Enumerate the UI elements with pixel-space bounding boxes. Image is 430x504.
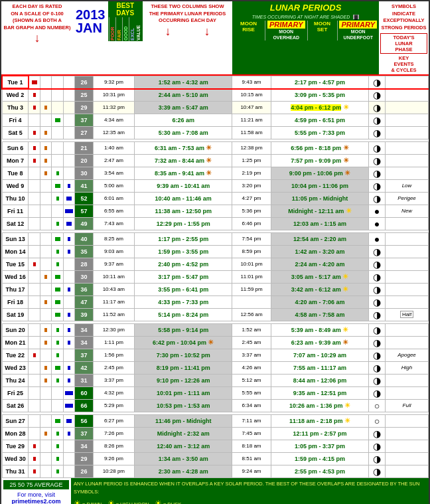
key-events-cell: [386, 101, 429, 114]
poor-bar-cell: [29, 154, 40, 167]
primary1-cell: 2:40 pm - 4:52 pm: [135, 258, 232, 270]
primary2-cell: 7:07 am - 10:29 am: [271, 349, 368, 361]
fair-bar-cell: [40, 245, 51, 258]
day-cell: Sun 27: [2, 414, 29, 427]
key-events-cell: [386, 295, 429, 308]
primary1-cell: 11:38 am - 12:50 pm: [135, 205, 232, 217]
phase-cell: ●: [369, 232, 386, 245]
primary1-header: PRIMARY MOON OVERHEAD: [265, 21, 308, 41]
best-days-col-headers: POOR FAIR GOOD EXCL VALUE: [108, 17, 143, 41]
primary1-cell: 3:55 pm - 6:41 pm: [135, 283, 232, 295]
phase-cell: ◑: [369, 101, 386, 114]
primary2-cell: 2:55 pm - 4:53 pm: [271, 465, 368, 477]
excl-bar-cell: [63, 217, 74, 230]
moon-set-cell: 6:34 am: [232, 399, 271, 412]
day-cell: Mon 7: [2, 154, 29, 167]
key-events-cell: [386, 336, 429, 349]
day-name: Fri: [7, 208, 15, 214]
fair-bar-cell: [40, 258, 51, 270]
value-cell: 47: [75, 295, 93, 308]
day-name: Sat: [7, 402, 16, 409]
day-num: 18: [17, 299, 23, 305]
day-cell: Tue 29: [2, 440, 29, 452]
excl-bar-cell: [63, 399, 74, 412]
good-bar-cell: [52, 465, 63, 477]
day-num: 26: [17, 402, 24, 409]
excl-bar-cell: [63, 126, 74, 139]
moon-set-cell: 3:20 pm: [232, 179, 271, 192]
primary2-cell: 8:44 am - 12:06 pm: [271, 374, 368, 386]
key-events-cell: [386, 232, 429, 245]
moon-set-cell: 1:52 am: [232, 323, 271, 336]
primary2-cell: 11:18 am - 2:18 pm ☀: [271, 414, 368, 427]
lunar-subtitle: TIMES OCCURRING AT NIGHT ARE SHADED: [252, 15, 350, 19]
site-url[interactable]: primetimes2.com: [3, 498, 69, 505]
table-row: Mon 7202:47 am7:32 am - 8:44 am ☀1:25 pm…: [2, 154, 429, 167]
primary1-cell: 4:33 pm - 7:33 pm: [135, 295, 232, 308]
poor-bar-cell: [29, 217, 40, 230]
day-cell: Thu 3: [2, 101, 29, 114]
moon-rise-cell: 11:17 am: [93, 295, 134, 308]
best-days-block: BEST DAYS POOR FAIR GOOD EXCL VALUE: [108, 1, 143, 41]
day-num: 30: [19, 456, 26, 462]
key-events-cell: [386, 323, 429, 336]
center-annotation: THESE TWO COLUMNS SHOWTHE PRIMARY LUNAR …: [143, 1, 232, 75]
day-cell: Tue 1: [2, 76, 29, 88]
good-bar-cell: [52, 101, 63, 114]
good-bar-cell: [52, 386, 63, 399]
moon-set-cell: 3:37 am: [232, 349, 271, 361]
day-name: Mon: [7, 157, 19, 164]
poor-bar-cell: [29, 336, 40, 349]
primary1-cell: 2:44 am - 5:10 am: [135, 88, 232, 101]
value-cell: 40: [75, 232, 93, 245]
footer-left: 25 50 75 AVERAGE For more, visit primeti…: [1, 478, 71, 505]
excl-bar-cell: [63, 361, 74, 374]
poor-bar-cell: [29, 258, 40, 270]
moon-set-cell: 11:59 pm: [232, 283, 271, 295]
calendar-container: EACH DAY IS RATEDON A SCALE OF 0-100(SHO…: [0, 0, 430, 504]
moon-rise-cell: 12:35 am: [93, 126, 134, 139]
main-data-table: Tue 1269:32 pm1:52 am - 4:32 am9:43 am2:…: [1, 75, 429, 478]
day-name: Fri: [9, 117, 17, 124]
poor-bar-cell: [29, 141, 40, 154]
down-arrow-left: ↓: [3, 31, 72, 45]
key-events-cell: Full: [386, 399, 429, 412]
good-bar-cell: [52, 217, 63, 230]
symbols-anno: SYMBOLS INDICATEEXCEPTIONALLYSTRONG PERI…: [380, 3, 427, 31]
moon-rise-cell: 12:30 pm: [93, 323, 134, 336]
fair-bar-cell: [40, 308, 51, 321]
primary1-cell: 11:46 pm - Midnight: [135, 414, 232, 427]
value-cell: 28: [75, 258, 93, 270]
key-events-cell: [386, 88, 429, 101]
fair-bar-cell: [40, 361, 51, 374]
excl-bar-cell: [63, 465, 74, 477]
table-row: Tue 29348:26 pm12:40 am - 3:12 am8:18 am…: [2, 440, 429, 452]
day-num: 27: [19, 418, 25, 424]
excl-bar-cell: [63, 232, 74, 245]
phase-cell: ◑: [369, 179, 386, 192]
primary2-cell: 9:35 am - 12:51 pm: [271, 386, 368, 399]
moon-rise-cell: 1:56 pm: [93, 349, 134, 361]
moon-rise-cell: 11:52 am: [93, 308, 134, 321]
moon-rise-cell: 9:32 pm: [93, 76, 134, 88]
moon-rise-cell: 5:00 am: [93, 179, 134, 192]
primary1-cell: 1:17 pm - 2:55 pm: [135, 232, 232, 245]
value-cell: 29: [75, 101, 93, 114]
fair-col-header: FAIR: [115, 17, 122, 41]
shaded-sample: ▓: [353, 15, 359, 19]
site-link[interactable]: For more, visit primetimes2.com: [3, 491, 69, 505]
moon-set-cell: 7:11 am: [232, 414, 271, 427]
phase-cell: ◑: [369, 126, 386, 139]
poor-bar-cell: [29, 386, 40, 399]
table-row: Tue 22371:56 pm7:30 pm - 10:52 pm3:37 am…: [2, 349, 429, 361]
primary2-cell: 3:05 am - 5:17 am ☀: [271, 270, 368, 283]
table-row: Thu 32911:32 pm3:39 am - 5:47 am10:47 am…: [2, 101, 429, 114]
primary2-cell: 7:57 pm - 9:09 pm ☀: [271, 154, 368, 167]
poor-bar-cell: [29, 283, 40, 295]
good-bar-cell: [52, 323, 63, 336]
phase-cell: ◑: [369, 141, 386, 154]
value-cell: 57: [75, 205, 93, 217]
key-events-cell: [386, 114, 429, 126]
value-cell: 39: [75, 308, 93, 321]
day-cell: Tue 15: [2, 258, 29, 270]
